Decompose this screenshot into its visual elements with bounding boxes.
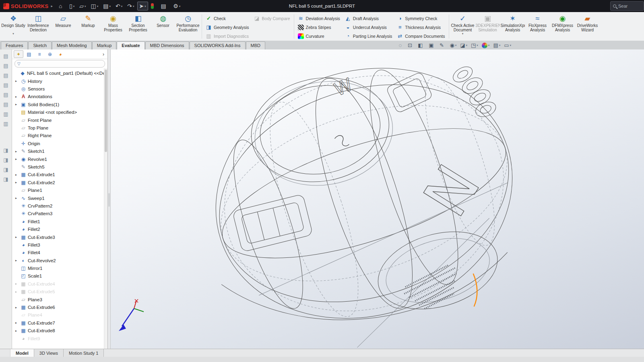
command-tab[interactable]: MBD: [246, 41, 265, 49]
ribbon-button[interactable]: ◍ Sensor ▾: [151, 13, 175, 39]
tree-item[interactable]: ▸ ✎ Sketch5: [12, 163, 107, 171]
left-strip-button[interactable]: ▤: [2, 62, 10, 69]
expand-arrow-icon[interactable]: ▸: [15, 79, 20, 83]
heads-up-button[interactable]: ◧ ▾: [418, 42, 425, 48]
heads-up-button[interactable]: ▭ ▾: [504, 42, 511, 48]
manager-tab[interactable]: ⊕: [45, 50, 55, 58]
expand-arrow-icon[interactable]: ▸: [15, 95, 20, 99]
graphics-viewport[interactable]: N W: [111, 49, 644, 349]
splitter-handle[interactable]: [108, 193, 110, 207]
left-strip-button[interactable]: ▤: [2, 72, 10, 79]
quick-access-button[interactable]: ↷ ▾: [125, 2, 136, 10]
heads-up-button[interactable]: ◉ ▾: [450, 42, 456, 48]
command-tab[interactable]: Mesh Modeling: [52, 41, 92, 49]
tree-item[interactable]: ▸ ✳ CrvPattern3: [12, 210, 107, 218]
left-strip-button[interactable]: ◨: [2, 147, 10, 154]
ribbon-button[interactable]: ◑ Symmetry Check: [394, 14, 447, 23]
left-strip-button[interactable]: ▥: [2, 111, 10, 117]
tree-item[interactable]: ▸ ▤ Material <not specified>: [12, 109, 107, 116]
tree-item[interactable]: ▸ ▦ Cut-Extrude1: [12, 171, 107, 179]
tree-item[interactable]: ▸ ✳ CrvPattern2: [12, 202, 107, 210]
manager-tab[interactable]: ▤: [24, 50, 34, 58]
ribbon-button[interactable]: ◒ Undercut Analysis: [343, 23, 394, 31]
ribbon-button[interactable]: ◪ Body Compare: [252, 14, 293, 23]
quick-access-button[interactable]: ◫ ▾: [89, 2, 101, 10]
tree-scrollbar[interactable]: [104, 68, 107, 349]
ribbon-button[interactable]: Zebra Stripes: [295, 23, 343, 31]
tree-item[interactable]: ▸ ◰ Scale1: [12, 272, 107, 280]
manager-tab[interactable]: ◕: [56, 50, 65, 58]
tree-item[interactable]: ▸ ◐ Cut-Revolve2: [12, 257, 107, 264]
command-tab[interactable]: SOLIDWORKS Add-Ins: [190, 41, 246, 49]
tree-item[interactable]: ▸ ▦ Cut-Extrude8: [12, 327, 107, 335]
ribbon-button[interactable]: ◫ Interference Detection ▾: [26, 13, 51, 39]
ribbon-button[interactable]: ◭ Draft Analysis: [343, 14, 394, 23]
expand-arrow-icon[interactable]: ▸: [15, 329, 20, 333]
tree-item[interactable]: ▸ ▱ Top Plane: [12, 124, 107, 132]
left-strip-button[interactable]: ▤: [2, 82, 10, 88]
tree-scrollbar-thumb[interactable]: [105, 70, 107, 152]
ribbon-button[interactable]: ✓ Check Active Document ▾: [450, 13, 475, 39]
tree-item[interactable]: ▸ ▱ Right Plane: [12, 132, 107, 140]
tree-item[interactable]: ▸ ▣ Solid Bodies(1): [12, 101, 107, 108]
view-tab[interactable]: Motion Study 1: [64, 349, 104, 357]
quick-access-button[interactable]: ➤ ▾: [137, 2, 148, 10]
quick-access-button[interactable]: ⚙ ▾: [171, 2, 182, 10]
ribbon-button[interactable]: ⇄ Compare Documents: [394, 32, 447, 40]
ribbon-button[interactable]: ✎ Markup ▾: [76, 13, 101, 39]
ribbon-button[interactable]: ▣ 3DEXPERIENCE Simulation Connector ▾: [475, 13, 500, 39]
quick-access-button[interactable]: ▤ ▾: [159, 2, 170, 10]
command-tab[interactable]: Evaluate: [117, 41, 144, 49]
expand-arrow-icon[interactable]: ▸: [15, 181, 20, 184]
heads-up-button[interactable]: ◌ ▾: [399, 42, 404, 48]
tree-item[interactable]: ▸ ▱ Plane4: [12, 311, 107, 319]
ribbon-button[interactable]: ▱ Measure ▾: [51, 13, 76, 39]
tree-item[interactable]: ▸ ◕ Fillet2: [12, 225, 107, 233]
expand-arrow-icon[interactable]: ▸: [15, 306, 20, 309]
tree-filter-input[interactable]: ▽: [14, 60, 105, 68]
heads-up-button[interactable]: ◪ ▾: [460, 42, 467, 48]
tree-item[interactable]: ▸ A Annotations: [12, 93, 107, 101]
menu-expand-arrow-icon[interactable]: ▸: [51, 4, 53, 8]
quick-access-button[interactable]: ⌂ ▾: [57, 2, 66, 10]
left-strip-button[interactable]: ▤: [2, 101, 10, 108]
ribbon-button[interactable]: ▰ DriveWorks Wizard ▾: [575, 13, 600, 39]
expand-arrow-icon[interactable]: ▸: [15, 157, 20, 161]
expand-arrow-icon[interactable]: ▸: [15, 290, 20, 294]
heads-up-button[interactable]: ✎ ▾: [440, 42, 446, 48]
command-tab[interactable]: Markup: [92, 41, 117, 49]
ribbon-button[interactable]: Curvature: [295, 32, 343, 40]
ribbon-button[interactable]: ❖ Design Study ▾: [1, 13, 26, 39]
panel-splitter[interactable]: [108, 49, 111, 349]
expand-arrow-icon[interactable]: ▸: [15, 150, 20, 153]
tree-item[interactable]: ▸ ▦ Cut-Extrude7: [12, 319, 107, 327]
heads-up-button[interactable]: ◳ ▾: [471, 42, 478, 48]
quick-access-button[interactable]: ▯ ▾: [67, 2, 76, 10]
view-tab[interactable]: 3D Views: [34, 349, 64, 357]
ribbon-button[interactable]: ◷ Performance Evaluation ▾: [175, 13, 200, 39]
highlighted-edge[interactable]: [473, 274, 477, 306]
tree-item[interactable]: ▸ ▦ Cut-Extrude3: [12, 233, 107, 241]
tree-item[interactable]: ▸ ◕ Fillet1: [12, 218, 107, 225]
tree-item[interactable]: ▸ ✛ Origin: [12, 140, 107, 147]
left-strip-button[interactable]: ▤: [2, 91, 10, 98]
expand-arrow-icon[interactable]: ▸: [15, 321, 20, 325]
tree-item[interactable]: ▸ ▦ Cut-Extrude6: [12, 303, 107, 311]
ribbon-button[interactable]: ◧ Section Properties ▾: [126, 13, 151, 39]
tree-item[interactable]: ▸ ◕ Fillet4: [12, 249, 107, 257]
ribbon-button[interactable]: ✓ Check: [203, 14, 252, 23]
quick-access-button[interactable]: ▾: [149, 2, 158, 10]
heads-up-button[interactable]: ⊡ ▾: [408, 42, 414, 48]
ribbon-button[interactable]: ◉ Mass Properties ▾: [101, 13, 126, 39]
expand-arrow-icon[interactable]: ▸: [15, 103, 20, 106]
tree-item[interactable]: ▸ ◷ History: [12, 77, 107, 85]
tree-item[interactable]: ▸ ◎ Sensors: [12, 85, 107, 93]
expand-arrow-icon[interactable]: ▸: [15, 235, 20, 239]
manager-tab[interactable]: ≡: [35, 50, 44, 58]
tree-item[interactable]: ▸ ▦ Cut-Extrude2: [12, 179, 107, 186]
ribbon-button[interactable]: ◔ Parting Line Analysis: [343, 32, 394, 40]
left-strip-button[interactable]: ◨: [2, 176, 10, 183]
left-strip-button[interactable]: ◨: [2, 166, 10, 173]
view-tab[interactable]: Model: [10, 349, 34, 357]
ribbon-button[interactable]: ≋ Deviation Analysis: [295, 14, 343, 23]
